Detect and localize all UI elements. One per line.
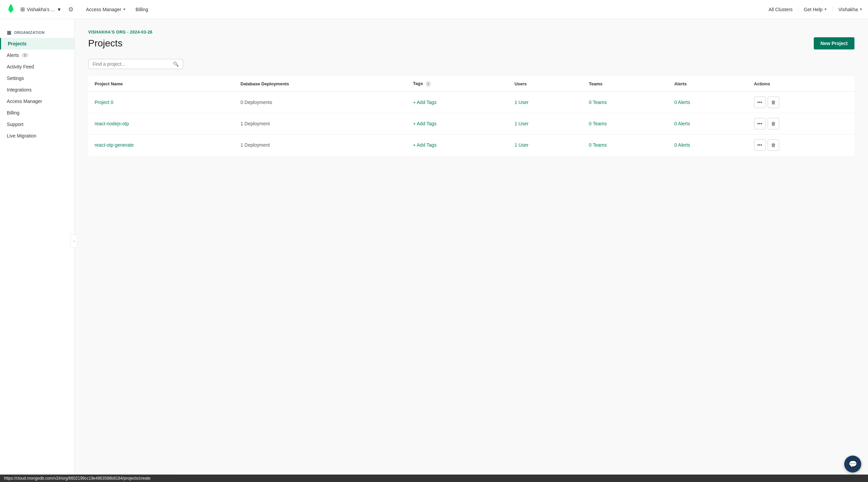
cell-deployments-1: 1 Deployment [234,113,407,134]
user-menu-link[interactable]: Vishakha ▼ [839,7,863,12]
cell-users-1: 1 User [508,113,583,134]
alerts-badge: 0 [22,53,28,58]
col-header-db-deployments: Database Deployments [234,76,407,92]
alerts-2-link[interactable]: 0 Alerts [674,142,690,148]
alerts-0-link[interactable]: 0 Alerts [674,100,690,105]
project-1-link[interactable]: react-nodejs-otp [95,121,129,126]
user-menu-chevron-icon: ▼ [859,7,863,11]
project-0-link[interactable]: Project 0 [95,100,113,105]
delete-button-2[interactable]: 🗑 [768,139,779,151]
table-body: Project 0 0 Deployments + Add Tags 1 Use… [88,91,854,155]
get-help-link[interactable]: Get Help ▼ [804,7,827,12]
cell-users-2: 1 User [508,134,583,155]
status-bar: https://cloud.mongodb.com/v2#/org/660219… [0,475,868,482]
cell-tags-2: + Add Tags [407,134,508,155]
cell-actions-0: ••• 🗑 [748,91,854,113]
sidebar-item-integrations[interactable]: Integrations [0,84,74,96]
breadcrumb: VISHAKHA'S ORG - 2024-03-26 [88,30,854,35]
mongodb-logo-icon [5,3,16,14]
sidebar-item-activity-feed[interactable]: Activity Feed [0,61,74,72]
teams-2-link[interactable]: 0 Teams [589,142,607,148]
page-title: Projects [88,38,122,49]
cell-project-name-2: react-otp-generate [88,134,235,155]
sidebar-collapse-button[interactable]: ‹ [71,234,77,248]
table-header: Project Name Database Deployments Tags i… [88,76,854,92]
table-row: Project 0 0 Deployments + Add Tags 1 Use… [88,91,854,113]
col-header-teams: Teams [583,76,668,92]
more-options-button-2[interactable]: ••• [754,139,766,151]
sidebar: ▦ ORGANIZATION Projects Alerts 0 Activit… [0,19,75,482]
logo[interactable] [5,3,16,15]
sidebar-item-billing[interactable]: Billing [0,107,74,119]
delete-button-1[interactable]: 🗑 [768,118,779,129]
projects-table: Project Name Database Deployments Tags i… [88,76,854,156]
access-manager-chevron-icon: ▼ [123,7,126,11]
main-layout: ▦ ORGANIZATION Projects Alerts 0 Activit… [0,19,868,482]
org-dropdown-chevron: ▼ [57,7,62,12]
action-buttons-0: ••• 🗑 [754,97,848,108]
col-header-users: Users [508,76,583,92]
col-header-alerts: Alerts [668,76,748,92]
users-1-link[interactable]: 1 User [514,121,528,126]
chat-icon: 💬 [849,460,857,468]
sidebar-item-projects[interactable]: Projects [0,38,74,49]
top-navigation: ⊞ Vishakha's ... ▼ ⚙ Access Manager ▼ Bi… [0,0,868,19]
project-2-link[interactable]: react-otp-generate [95,142,134,148]
teams-1-link[interactable]: 0 Teams [589,121,607,126]
alerts-1-link[interactable]: 0 Alerts [674,121,690,126]
action-buttons-1: ••• 🗑 [754,118,848,129]
cell-alerts-2: 0 Alerts [668,134,748,155]
top-nav-links: Access Manager ▼ Billing [82,5,768,14]
add-tags-2-link[interactable]: + Add Tags [413,142,436,148]
cell-teams-1: 0 Teams [583,113,668,134]
cell-alerts-0: 0 Alerts [668,91,748,113]
sidebar-item-alerts[interactable]: Alerts 0 [0,49,74,61]
project-search-bar[interactable]: 🔍 [88,59,183,69]
users-2-link[interactable]: 1 User [514,142,528,148]
sidebar-item-access-manager[interactable]: Access Manager [0,96,74,107]
search-input[interactable] [93,61,173,67]
cell-users-0: 1 User [508,91,583,113]
access-manager-nav-link[interactable]: Access Manager ▼ [82,5,130,14]
cell-teams-2: 0 Teams [583,134,668,155]
add-tags-1-link[interactable]: + Add Tags [413,121,436,126]
table-row: react-otp-generate 1 Deployment + Add Ta… [88,134,854,155]
sidebar-item-settings[interactable]: Settings [0,72,74,84]
cell-actions-2: ••• 🗑 [748,134,854,155]
grid-icon: ⊞ [20,6,25,13]
nav-divider-2 [833,6,833,13]
top-nav-right: All Clusters Get Help ▼ Vishakha ▼ [769,6,863,13]
cell-deployments-2: 1 Deployment [234,134,407,155]
org-selector[interactable]: ⊞ Vishakha's ... ▼ [20,6,61,13]
add-tags-0-link[interactable]: + Add Tags [413,100,436,105]
cell-tags-0: + Add Tags [407,91,508,113]
table-row: react-nodejs-otp 1 Deployment + Add Tags… [88,113,854,134]
cell-teams-0: 0 Teams [583,91,668,113]
col-header-tags: Tags i [407,76,508,92]
more-options-button-1[interactable]: ••• [754,118,766,129]
chat-button[interactable]: 💬 [844,456,861,473]
users-0-link[interactable]: 1 User [514,100,528,105]
settings-icon-button[interactable]: ⚙ [68,6,74,13]
nav-divider [798,6,798,13]
main-content: VISHAKHA'S ORG - 2024-03-26 Projects New… [75,19,868,482]
tags-info-icon[interactable]: i [426,81,431,87]
new-project-button[interactable]: New Project [814,37,854,49]
cell-tags-1: + Add Tags [407,113,508,134]
billing-nav-link[interactable]: Billing [132,5,152,14]
more-options-button-0[interactable]: ••• [754,97,766,108]
col-header-project-name: Project Name [88,76,235,92]
col-header-actions: Actions [748,76,854,92]
sidebar-section-label: ▦ ORGANIZATION [0,27,74,38]
cell-actions-1: ••• 🗑 [748,113,854,134]
sidebar-item-live-migration[interactable]: Live Migration [0,130,74,142]
get-help-chevron-icon: ▼ [824,7,827,11]
teams-0-link[interactable]: 0 Teams [589,100,607,105]
delete-button-0[interactable]: 🗑 [768,97,779,108]
all-clusters-link[interactable]: All Clusters [769,7,793,12]
cell-project-name: Project 0 [88,91,235,113]
cell-alerts-1: 0 Alerts [668,113,748,134]
sidebar-item-support[interactable]: Support [0,119,74,130]
grid-org-icon: ▦ [7,30,12,35]
page-header: Projects New Project [88,37,854,49]
